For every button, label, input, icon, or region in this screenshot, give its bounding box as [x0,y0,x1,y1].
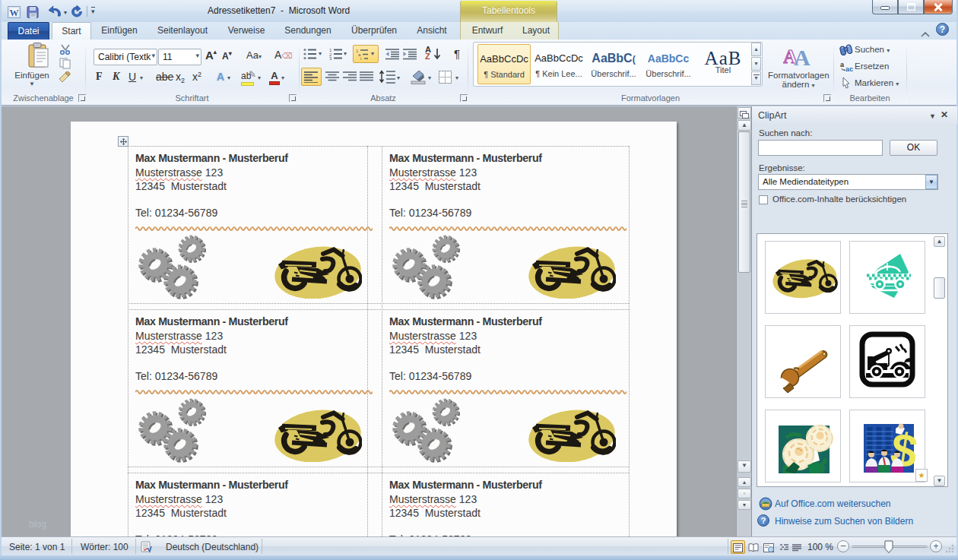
svg-text:i: i [360,56,361,60]
svg-text:a: a [840,61,845,68]
svg-text:3: 3 [329,56,332,60]
svg-text:ac: ac [845,65,853,72]
svg-text:W: W [10,8,19,18]
svg-text:A: A [794,45,810,66]
